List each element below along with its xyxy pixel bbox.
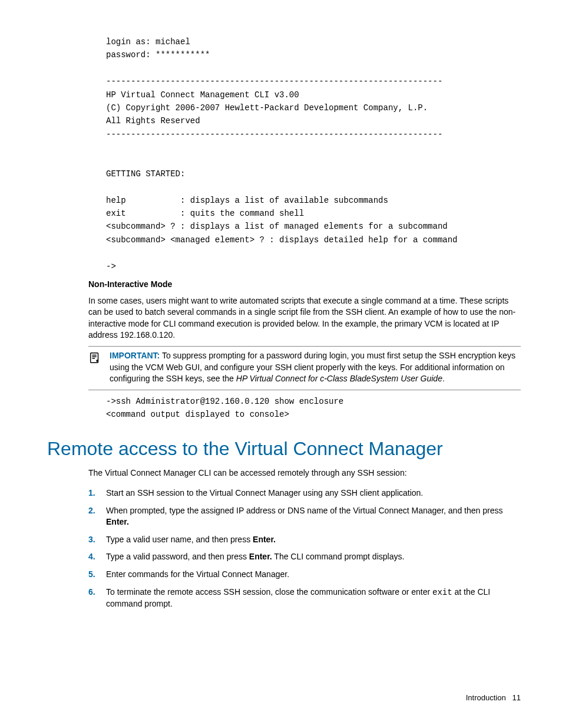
step-5: Enter commands for the Virtual Connect M… bbox=[88, 569, 521, 581]
important-callout: IMPORTANT: To suppress prompting for a p… bbox=[88, 346, 521, 390]
steps-list: Start an SSH session to the Virtual Conn… bbox=[88, 487, 521, 610]
step-2: When prompted, type the assigned IP addr… bbox=[88, 505, 521, 528]
step-4: Type a valid password, and then press En… bbox=[88, 551, 521, 563]
step-3: Type a valid user name, and then press E… bbox=[88, 534, 521, 546]
body-paragraph: In some cases, users might want to write… bbox=[88, 295, 521, 341]
step-6-cmd: exit bbox=[432, 588, 452, 597]
section-title: Remote access to the Virtual Connect Man… bbox=[47, 436, 521, 462]
important-doc-ref: HP Virtual Connect for c-Class BladeSyst… bbox=[236, 374, 442, 383]
step-4-text: Type a valid password, and then press bbox=[106, 552, 249, 561]
step-6: To terminate the remote access SSH sessi… bbox=[88, 587, 521, 610]
step-4-tail: The CLI command prompt displays. bbox=[272, 552, 405, 561]
important-icon bbox=[88, 351, 101, 368]
example-command: ->ssh Administrator@192.160.0.120 show e… bbox=[106, 395, 521, 421]
section-intro: The Virtual Connect Manager CLI can be a… bbox=[88, 467, 521, 479]
step-4-key: Enter. bbox=[249, 552, 272, 561]
step-3-key: Enter. bbox=[253, 535, 276, 544]
important-text: IMPORTANT: To suppress prompting for a p… bbox=[110, 350, 521, 385]
step-5-text: Enter commands for the Virtual Connect M… bbox=[106, 569, 289, 579]
subheading-non-interactive: Non-Interactive Mode bbox=[88, 279, 521, 291]
important-tail: . bbox=[442, 374, 445, 383]
step-2-key: Enter. bbox=[106, 517, 129, 526]
step-6-text: To terminate the remote access SSH sessi… bbox=[106, 587, 432, 597]
important-label: IMPORTANT: bbox=[110, 351, 160, 360]
step-1: Start an SSH session to the Virtual Conn… bbox=[88, 487, 521, 499]
footer-page: 11 bbox=[513, 693, 521, 702]
footer-section: Introduction bbox=[466, 693, 506, 702]
terminal-block: login as: michael password: *********** … bbox=[106, 35, 521, 273]
step-2-text: When prompted, type the assigned IP addr… bbox=[106, 506, 503, 515]
page-footer: Introduction 11 bbox=[47, 693, 521, 703]
step-3-text: Type a valid user name, and then press bbox=[106, 535, 253, 544]
step-1-text: Start an SSH session to the Virtual Conn… bbox=[106, 488, 423, 498]
